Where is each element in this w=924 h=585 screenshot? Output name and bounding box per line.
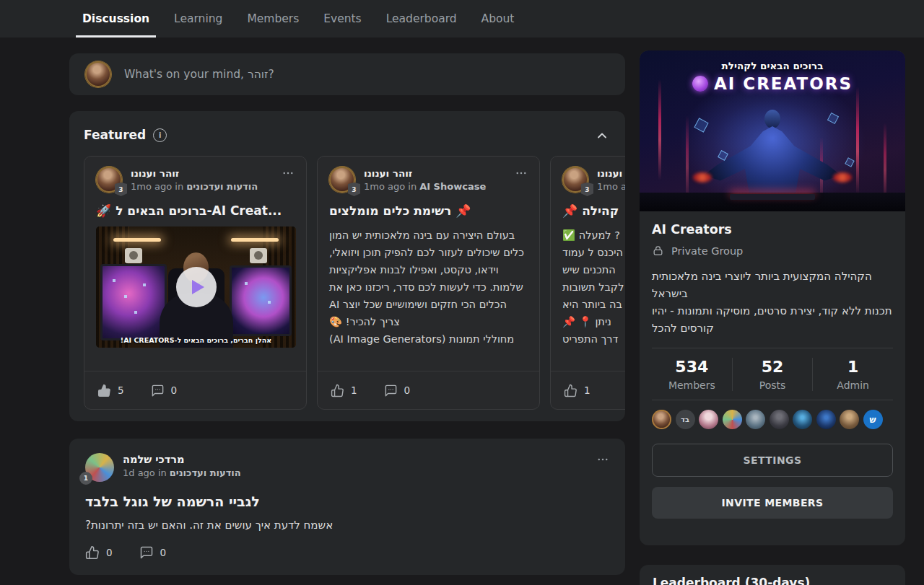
studio-light	[113, 238, 161, 242]
featured-section: Featured i 3 זוהר וענונו 1mo ago inהודעו…	[69, 111, 625, 421]
author-name[interactable]: זוהר וענונו	[364, 167, 506, 179]
post-meta: 1mo ago in	[597, 181, 625, 192]
settings-button[interactable]: SETTINGS	[652, 444, 893, 477]
member-avatar[interactable]	[746, 410, 765, 429]
play-button-icon[interactable]	[176, 267, 217, 307]
member-avatar[interactable]	[840, 410, 859, 429]
studio-light	[231, 238, 279, 242]
info-icon[interactable]: i	[153, 128, 167, 142]
chevron-up-icon	[595, 128, 609, 143]
monitor-left	[100, 264, 167, 340]
level-badge: 3	[581, 182, 593, 196]
post-title[interactable]: קהילה 📌	[562, 203, 625, 218]
post-title[interactable]: 🚀 ברוכים הבאים ל-AI Creat...	[96, 203, 295, 218]
like-count: 1	[351, 384, 357, 396]
member-avatar[interactable]	[816, 410, 836, 429]
tab-discussion[interactable]: Discussion	[82, 0, 149, 38]
comment-icon[interactable]	[139, 545, 154, 560]
banner-group-name: AI CREATORS	[714, 74, 853, 93]
member-avatar[interactable]	[652, 410, 671, 429]
tab-leaderboard[interactable]: Leaderboard	[386, 0, 457, 38]
more-options-icon[interactable]	[596, 453, 609, 466]
lock-icon	[652, 245, 664, 257]
category-link[interactable]: AI Showcase	[419, 181, 486, 192]
member-avatar[interactable]	[699, 410, 718, 429]
speaker	[250, 248, 267, 263]
leaderboard-heading: Leaderboard (30-days)	[653, 576, 892, 585]
member-avatar[interactable]	[793, 410, 812, 429]
featured-post-card-3[interactable]: 3 זוהר וענונו 1mo ago in קהילה 📌 ? למעלה…	[550, 156, 625, 410]
author-avatar[interactable]: 3	[329, 167, 355, 193]
like-icon[interactable]	[97, 384, 111, 397]
group-description: הקהילה המקצועית ביותר ליוצרי בינה מלאכות…	[652, 268, 893, 337]
post-meta: 1mo ago inהודעות ועדכונים	[131, 181, 273, 192]
post-body: אשמח לדעת איך עושים את זה. והאם יש בזה י…	[85, 519, 609, 532]
like-count: 1	[584, 384, 590, 396]
post-meta: 1d ago inהודעות ועדכונים	[123, 467, 588, 478]
tab-learning[interactable]: Learning	[174, 0, 222, 38]
group-banner[interactable]: ברוכים הבאים לקהילת AI CREATORS	[640, 50, 905, 211]
featured-carousel: 3 זוהר וענונו 1mo ago inהודעות ועדכונים …	[84, 156, 625, 411]
member-avatar[interactable]: ש	[863, 410, 883, 429]
banner-figure	[764, 110, 780, 128]
post-body: בעולם היצירה עם בינה מלאכותית יש המון כל…	[329, 226, 528, 348]
top-nav: Discussion Learning Members Events Leade…	[0, 0, 924, 38]
member-avatar[interactable]	[770, 410, 789, 429]
comment-icon[interactable]	[151, 384, 165, 397]
level-badge: 3	[348, 182, 360, 196]
feed-post[interactable]: 1 מרדכי שלמה 1d ago inהודעות ועדכונים לג…	[69, 439, 625, 575]
brain-logo-icon	[692, 76, 708, 92]
stat-posts: 52 Posts	[732, 358, 813, 391]
author-avatar[interactable]: 3	[562, 167, 588, 193]
collapse-featured-button[interactable]	[595, 128, 609, 143]
speaker	[125, 248, 142, 263]
comment-count: 0	[171, 384, 178, 396]
featured-post-card-2[interactable]: 3 זוהר וענונו 1mo ago inAI Showcase 📌 רש…	[317, 156, 540, 410]
category-link[interactable]: הודעות ועדכונים	[170, 467, 241, 478]
more-options-icon[interactable]	[282, 167, 295, 180]
like-count: 0	[106, 547, 113, 558]
tab-events[interactable]: Events	[323, 0, 361, 38]
author-avatar[interactable]: 3	[96, 167, 122, 193]
featured-heading: Featured	[84, 128, 146, 142]
video-thumbnail[interactable]: אהלן חברים, ברוכים הבאים ל-AI CREATORS!	[96, 226, 296, 348]
banner-welcome-text: ברוכים הבאים לקהילת	[640, 60, 905, 71]
video-caption: אהלן חברים, ברוכים הבאים ל-AI CREATORS!	[96, 336, 296, 344]
monitor-right	[230, 265, 292, 336]
like-icon[interactable]	[331, 384, 344, 397]
author-name[interactable]: מרדכי שלמה	[123, 454, 588, 465]
post-title[interactable]: 📌 רשימת כלים מומלצים	[329, 203, 528, 218]
like-icon[interactable]	[85, 545, 100, 560]
author-name[interactable]: זוהר וענונו	[131, 167, 273, 179]
like-count: 5	[118, 384, 124, 396]
group-sidebar: ברוכים הבאים לקהילת AI CREATORS AI Creat…	[640, 50, 905, 545]
comment-count: 0	[160, 547, 167, 558]
member-avatar[interactable]	[723, 410, 742, 429]
group-stats: 534 Members 52 Posts 1 Admin	[652, 348, 893, 400]
member-avatars-row: בד ש	[652, 400, 893, 431]
post-title[interactable]: לגביי הרשמה של גוגל בלבד	[85, 493, 609, 509]
comment-count: 0	[404, 384, 411, 396]
banner-keyboard	[730, 194, 815, 200]
group-name[interactable]: AI Creators	[652, 222, 893, 237]
member-avatar[interactable]: בד	[676, 410, 695, 429]
stat-members: 534 Members	[652, 358, 732, 391]
like-icon[interactable]	[564, 384, 578, 397]
level-badge: 1	[79, 472, 92, 485]
author-avatar[interactable]: 1	[85, 453, 114, 482]
category-link[interactable]: הודעות ועדכונים	[186, 181, 258, 192]
comment-icon[interactable]	[384, 384, 398, 397]
featured-post-card-1[interactable]: 3 זוהר וענונו 1mo ago inהודעות ועדכונים …	[84, 156, 307, 410]
tab-about[interactable]: About	[481, 0, 515, 38]
more-options-icon[interactable]	[515, 167, 528, 180]
privacy-label: Private Group	[671, 245, 743, 257]
tab-members[interactable]: Members	[247, 0, 299, 38]
stat-admin: 1 Admin	[812, 358, 893, 391]
author-name[interactable]: זוהר וענונו	[597, 167, 625, 179]
leaderboard-card: Leaderboard (30-days)	[640, 565, 905, 585]
current-user-avatar[interactable]	[85, 61, 111, 87]
post-meta: 1mo ago inAI Showcase	[364, 181, 506, 192]
invite-members-button[interactable]: INVITE MEMBERS	[652, 487, 893, 519]
post-composer[interactable]: What's on your mind, זוהר?	[69, 53, 625, 95]
level-badge: 3	[115, 182, 127, 196]
